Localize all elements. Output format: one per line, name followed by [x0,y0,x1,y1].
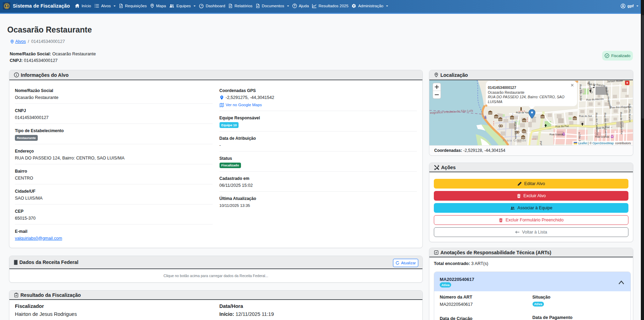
svg-text:Rua Rio Branco: Rua Rio Branco [628,104,632,122]
svg-text:Rua São João: Rua São João [579,84,583,101]
svg-text:Leaflet: Leaflet [578,141,588,145]
svg-text:Ocasarão Restaurante: Ocasarão Restaurante [488,90,525,94]
svg-text:contributors: contributors [615,141,631,145]
svg-text:| ©: | © [588,141,592,145]
svg-text:OpenStreetMap: OpenStreetMap [592,141,614,145]
svg-text:Rua da Paz: Rua da Paz [555,125,569,128]
svg-text:RUA DO PASSEIO 124, Bairro: CE: RUA DO PASSEIO 124, Bairro: CENTRO, SAO [488,95,564,99]
svg-text:01414534000127: 01414534000127 [488,85,516,90]
svg-text:Rua Grande: Rua Grande [549,133,564,136]
svg-text:Praia Grande: Praia Grande [503,138,527,142]
svg-text:Rua do Sol: Rua do Sol [579,115,592,118]
svg-text:LUIS/MA: LUIS/MA [488,100,502,104]
